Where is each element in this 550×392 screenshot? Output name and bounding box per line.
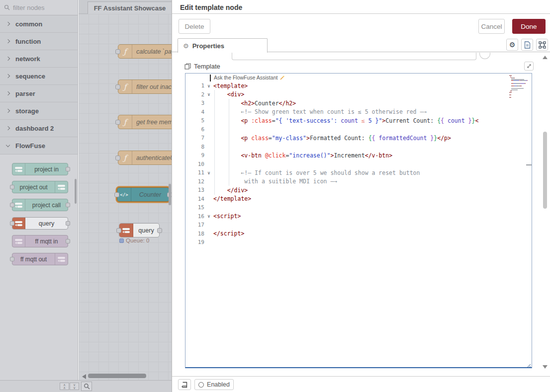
node-port-left[interactable] — [114, 192, 119, 197]
palette-scrollbar[interactable] — [75, 179, 77, 204]
flow-node-Counter[interactable]: </>Counter — [117, 187, 170, 202]
flow-node-query[interactable]: query — [119, 223, 160, 237]
node-port-left[interactable] — [115, 84, 120, 89]
line-number: 15 — [185, 204, 204, 211]
node-appearance-button[interactable] — [536, 39, 548, 51]
document-icon — [524, 41, 531, 49]
line-number: 10 — [185, 161, 204, 167]
palette-category-FlowFuse[interactable]: FlowFuse — [0, 137, 78, 155]
palette-node-label: project out — [12, 184, 55, 191]
node-port-left[interactable] — [10, 257, 14, 261]
editor-resize-grip[interactable] — [525, 362, 531, 368]
node-settings-button[interactable]: ⚙ — [506, 39, 518, 51]
palette-category-label: function — [15, 38, 41, 45]
docs-button[interactable] — [178, 379, 191, 390]
palette-node-project-in[interactable]: project in — [12, 163, 68, 175]
palette-node-ff-mqtt-out[interactable]: ff mqtt out — [12, 253, 68, 265]
fold-arrow[interactable]: ∨ — [204, 83, 213, 88]
palette-category-dashboard-2[interactable]: dashboard 2 — [0, 120, 78, 137]
palette-node-query[interactable]: query — [12, 217, 68, 230]
line-number: 18 — [185, 231, 204, 237]
flow-node-authenticateU[interactable]: ƒauthenticateU — [118, 151, 172, 165]
canvas-hscrollbar[interactable] — [88, 374, 146, 378]
editor-minimap[interactable] — [509, 75, 528, 99]
palette-category-label: parser — [15, 90, 35, 97]
node-port-left[interactable] — [10, 221, 14, 226]
palette-collapse-up-button[interactable]: ∧∧ — [60, 383, 69, 390]
palette-search-input[interactable]: filter nodes — [0, 0, 78, 15]
code-text: </div> — [213, 187, 248, 194]
node-port-right[interactable] — [66, 203, 70, 207]
node-port-right[interactable] — [66, 221, 70, 226]
flow-node-filter-out-inacti[interactable]: ƒfilter out inacti — [118, 79, 172, 94]
fold-arrow[interactable]: ∨ — [204, 214, 213, 219]
form-scrollbar[interactable] — [543, 132, 547, 209]
done-button[interactable]: Done — [512, 19, 546, 34]
palette-collapse-down-button[interactable]: ∨∨ — [70, 383, 79, 390]
flow-node-get-free-memo[interactable]: ƒget free memo — [118, 115, 172, 129]
node-description-button[interactable] — [521, 39, 533, 51]
canvas-vscrollbar[interactable] — [169, 184, 171, 205]
dialog-tabrow: ⚙ Properties ⚙ — [172, 38, 550, 52]
chevron-right-icon — [6, 91, 10, 95]
line-number: 5 — [185, 117, 204, 124]
cancel-button[interactable]: Cancel — [478, 19, 505, 34]
flow-canvas[interactable]: ƒcalculate `payƒfilter out inactiƒget fr… — [79, 14, 172, 380]
magnifier-icon — [84, 383, 90, 390]
node-port-left[interactable] — [10, 185, 14, 189]
flow-node-label: query — [133, 227, 159, 234]
flow-node-label: authenticateU — [132, 155, 172, 161]
canvas-hscroll-arrow[interactable] — [82, 374, 86, 379]
node-port-right[interactable] — [66, 167, 70, 171]
node-port-left[interactable] — [115, 156, 120, 160]
palette-categories: commonfunctionnetworksequenceparserstora… — [0, 15, 78, 155]
name-field-cutoff[interactable] — [232, 53, 476, 60]
line-number: 3 — [185, 100, 204, 106]
code-line: 18</script> — [185, 230, 532, 238]
assistant-codelens[interactable]: Ask the FlowFuse Assistant — [214, 75, 285, 80]
flowfuse-icon — [122, 228, 130, 234]
template-code-editor[interactable]: Ask the FlowFuse Assistant 1∨<template>2… — [185, 73, 532, 368]
node-port-right[interactable] — [157, 228, 162, 233]
form-scroll-up-arrow[interactable] — [543, 56, 548, 59]
code-line: 4 ←!— Show green text when count is ≤ 5 … — [185, 108, 532, 117]
palette-category-network[interactable]: network — [0, 50, 78, 68]
flow-node-calculate-pay[interactable]: ƒcalculate `pay — [118, 44, 172, 59]
node-port-left[interactable] — [116, 228, 121, 233]
palette-category-storage[interactable]: storage — [0, 102, 78, 120]
double-chevron-up-icon: ∧∧ — [63, 383, 66, 390]
workspace: FF Assistant Showcase ƒcalculate `payƒfi… — [79, 0, 172, 392]
palette-node-project-out[interactable]: project out — [12, 181, 68, 193]
line-number: 6 — [185, 126, 204, 133]
tab-properties[interactable]: ⚙ Properties — [178, 38, 268, 53]
palette: filter nodes commonfunctionnetworksequen… — [0, 0, 78, 392]
code-icon: </> — [117, 188, 131, 201]
properties-tab-label: Properties — [192, 42, 224, 50]
minimap-row — [509, 98, 528, 99]
node-port-right[interactable] — [66, 239, 70, 243]
palette-node-ff-mqtt-in[interactable]: ff mqtt in — [12, 235, 68, 247]
code-line: 6 — [185, 125, 532, 134]
chevron-right-icon — [6, 22, 10, 26]
flowfuse-icon-wrap — [55, 253, 68, 265]
palette-node-project-call[interactable]: project call — [12, 199, 68, 211]
palette-category-label: common — [15, 20, 42, 28]
delete-button[interactable]: Delete — [179, 19, 210, 34]
canvas-zoom-button[interactable] — [81, 382, 92, 391]
editor-expand-button[interactable] — [524, 62, 534, 71]
dialog-header: Edit template node — [172, 0, 550, 14]
palette-category-function[interactable]: function — [0, 33, 78, 50]
fold-arrow[interactable]: ∨ — [204, 92, 213, 97]
node-port-left[interactable] — [115, 49, 120, 54]
node-port-left[interactable] — [115, 120, 120, 125]
node-port-left[interactable] — [10, 203, 14, 207]
assistant-hint-label: Ask the FlowFuse Assistant — [214, 75, 277, 80]
enabled-toggle-button[interactable]: Enabled — [194, 379, 234, 390]
code-text: ←!— Show green text when count is ≤ 5 ot… — [213, 108, 427, 115]
flow-tab[interactable]: FF Assistant Showcase — [88, 1, 172, 14]
form-scroll-down-arrow[interactable] — [543, 365, 548, 369]
palette-category-common[interactable]: common — [0, 15, 78, 33]
palette-category-sequence[interactable]: sequence — [0, 68, 78, 85]
fold-arrow[interactable]: ∨ — [204, 170, 213, 175]
palette-category-parser[interactable]: parser — [0, 85, 78, 102]
